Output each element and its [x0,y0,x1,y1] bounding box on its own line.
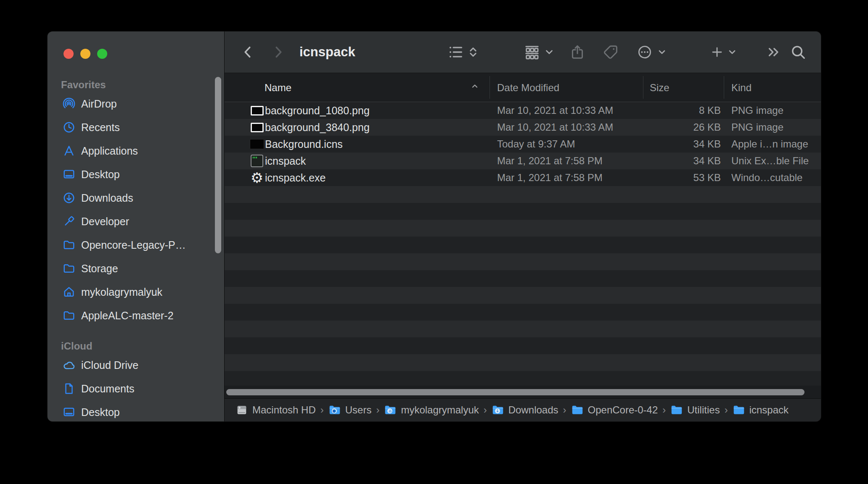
sidebar-item-icloud-drive[interactable]: iCloud Drive [48,353,224,377]
column-divider[interactable] [724,76,724,99]
more-options-icon[interactable] [637,44,653,60]
breadcrumb-item[interactable]: OpenCore-0-42 [571,404,658,416]
sidebar-item-applications[interactable]: Applications [48,139,224,163]
sidebar-item-label: Desktop [48,406,120,418]
sidebar-scrollbar[interactable] [215,77,221,253]
folder-icon-small [733,405,745,416]
file-size: 53 KB [637,169,721,186]
sidebar-item-downloads[interactable]: Downloads [48,186,224,210]
file-name: icnspack [265,153,306,169]
sidebar-item-desktop[interactable]: Desktop [48,163,224,186]
overflow-chevrons-icon[interactable] [766,45,781,60]
table-row[interactable]: Background.icnsToday at 9:37 AM34 KBAppl… [225,136,821,153]
file-kind: PNG image [731,119,783,136]
breadcrumb-item[interactable]: Macintosh HD [236,404,316,416]
file-name: background_1080.png [265,102,370,119]
file-name: Background.icns [265,136,343,153]
breadcrumb-label: Users [345,404,372,416]
folder-icon [62,309,76,322]
zoom-button[interactable] [97,49,107,59]
minimize-button[interactable] [80,49,90,59]
breadcrumb-item[interactable]: ⌂mykolagrymalyuk [384,404,479,416]
file-kind: Apple i…n image [731,136,808,153]
file-date-modified: Mar 1, 2021 at 7:58 PM [497,169,603,186]
file-size: 8 KB [637,102,721,119]
folder-users-icon: ● [328,405,341,416]
add-chevron-icon[interactable] [727,47,737,57]
sidebar-item-recents[interactable]: Recents [48,116,224,139]
breadcrumb-label: mykolagrymalyuk [401,404,479,416]
sidebar-item-developer[interactable]: Developer [48,210,224,233]
share-icon[interactable] [569,44,585,60]
breadcrumb-item[interactable]: icnspack [733,404,789,416]
sidebar-item-label: Storage [48,263,118,275]
sidebar-item-label: Desktop [48,168,120,181]
unix-executable-icon [249,153,265,168]
add-icon[interactable] [710,45,724,59]
column-divider[interactable] [490,76,490,99]
sidebar-item-airdrop[interactable]: AirDrop [48,92,224,116]
table-row[interactable]: background_3840.pngMar 10, 2021 at 10:33… [225,119,821,136]
breadcrumb-label: Macintosh HD [252,404,316,416]
column-divider[interactable] [643,76,643,99]
tag-icon[interactable] [603,44,619,60]
sidebar-item-mykolagrymalyuk[interactable]: mykolagrymalyuk [48,280,224,304]
back-button[interactable] [241,45,256,60]
folder-downloads-icon: ↓ [492,405,504,416]
sidebar-item-label: Recents [48,121,120,134]
sidebar-item-opencore-legacy-p-[interactable]: Opencore-Legacy-P… [48,233,224,257]
exe-gear-icon: ⚙ [249,170,265,185]
group-by-chevron-icon[interactable] [544,47,555,58]
file-date-modified: Today at 9:37 AM [497,136,575,153]
desktop-icon [62,405,76,419]
sort-ascending-icon[interactable] [470,81,480,94]
sidebar-section-label: Favorites [48,78,224,92]
sidebar-item-applealc-master-2[interactable]: AppleALC-master-2 [48,304,224,327]
column-header-size[interactable]: Size [650,73,670,102]
file-list: background_1080.pngMar 10, 2021 at 10:33… [225,102,821,386]
file-kind: Windo…cutable [731,169,802,186]
sidebar-item-storage[interactable]: Storage [48,257,224,280]
breadcrumb-item[interactable]: Utilities [670,404,720,416]
folder-icon [62,238,76,252]
sidebar-item-label: Downloads [48,192,133,204]
table-row[interactable]: ⚙icnspack.exeMar 1, 2021 at 7:58 PM53 KB… [225,169,821,186]
path-bar-items: Macintosh HD›●Users›⌂mykolagrymalyuk›↓Do… [236,404,789,416]
file-date-modified: Mar 10, 2021 at 10:33 AM [497,119,613,136]
sidebar-item-documents[interactable]: Documents [48,377,224,400]
home-icon [62,285,76,299]
folder-icon [62,262,76,275]
file-date-modified: Mar 1, 2021 at 7:58 PM [497,153,603,169]
sidebar-sections: FavoritesAirDropRecentsApplicationsDeskt… [48,78,224,421]
table-row[interactable]: icnspackMar 1, 2021 at 7:58 PM34 KBUnix … [225,153,821,169]
clock-icon [62,121,76,134]
file-size: 26 KB [637,119,721,136]
file-kind: PNG image [731,102,783,119]
desktop-icon [62,168,76,181]
file-kind: Unix Ex…ble File [731,153,809,169]
sidebar-item-label: Documents [48,383,134,395]
sidebar-item-desktop[interactable]: Desktop [48,400,224,421]
folder-badge: ● [332,408,337,413]
breadcrumb-separator: › [376,404,379,416]
view-stepper-icon[interactable] [467,45,479,59]
table-row[interactable]: background_1080.pngMar 10, 2021 at 10:33… [225,102,821,119]
horizontal-scrollbar-thumb[interactable] [226,389,804,395]
path-bar: Macintosh HD›●Users›⌂mykolagrymalyuk›↓Do… [225,398,821,421]
column-header-kind[interactable]: Kind [731,73,752,102]
column-header-date[interactable]: Date Modified [497,73,559,102]
close-button[interactable] [64,49,74,59]
group-by-icon[interactable] [524,44,540,60]
folder-home-icon: ⌂ [384,405,397,416]
breadcrumb-item[interactable]: ↓Downloads [492,404,558,416]
breadcrumb-separator: › [662,404,666,416]
more-chevron-icon[interactable] [657,47,667,57]
column-header-name[interactable]: Name [265,73,291,102]
breadcrumb-item[interactable]: ●Users [328,404,372,416]
search-icon[interactable] [790,44,806,60]
forward-button[interactable] [270,45,286,60]
breadcrumb-separator: › [725,404,728,416]
list-view-icon[interactable] [447,44,464,60]
sidebar-item-label: Developer [48,216,129,228]
file-date-modified: Mar 10, 2021 at 10:33 AM [497,102,613,119]
